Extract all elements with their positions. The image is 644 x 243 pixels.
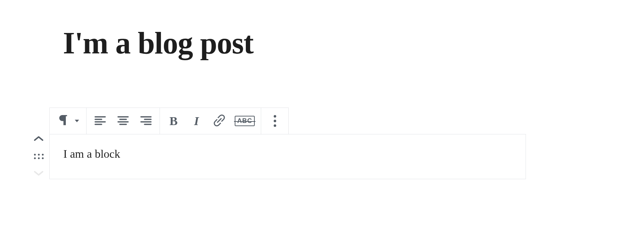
strikethrough-icon: ABC [235,116,255,126]
toolbar-group-blocktype [50,108,87,134]
block-area: B I ABC [29,108,526,179]
svg-line-12 [217,118,221,123]
caret-down-icon [75,120,79,122]
align-right-button[interactable] [135,108,157,134]
italic-button[interactable]: I [185,108,208,134]
align-left-button[interactable] [89,108,112,134]
toolbar-group-align [87,108,160,134]
align-right-icon [139,113,153,129]
paragraph-block[interactable]: I am a block [49,134,526,179]
align-center-icon [116,113,130,129]
more-options-icon [274,115,276,127]
block-content[interactable]: I am a block [63,147,512,162]
italic-icon: I [194,114,199,128]
link-button[interactable] [208,108,231,134]
align-center-button[interactable] [112,108,135,134]
drag-handle-icon [34,154,44,159]
pilcrow-icon [57,113,71,129]
chevron-down-icon [33,170,44,178]
strikethrough-button[interactable]: ABC [231,108,259,134]
bold-icon: B [170,114,178,128]
link-icon [212,113,226,129]
block-type-button[interactable] [52,108,84,134]
toolbar-group-format: B I ABC [160,108,261,134]
post-title[interactable]: I'm a blog post [63,25,644,61]
drag-handle[interactable] [31,152,47,161]
block-movers [29,134,49,179]
move-down-button[interactable] [31,169,47,179]
block-toolbar: B I ABC [49,108,289,134]
block-wrapper: I am a block [29,134,526,179]
align-left-icon [93,113,107,129]
bold-button[interactable]: B [162,108,185,134]
toolbar-group-more [261,108,288,134]
more-options-button[interactable] [263,108,286,134]
editor-container: I'm a blog post [0,0,644,179]
chevron-up-icon [33,135,44,144]
move-up-button[interactable] [31,134,47,144]
